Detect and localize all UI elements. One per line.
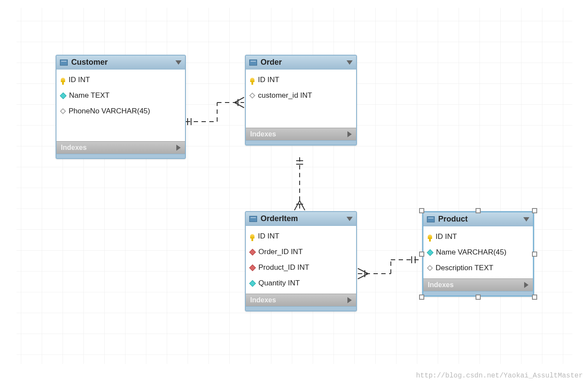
entity-name: Customer <box>71 58 175 67</box>
column-order-0[interactable]: ID INT <box>246 72 356 88</box>
diamond-empty-icon <box>427 265 433 271</box>
entity-order[interactable]: OrderID INTcustomer_id INTIndexes <box>245 55 357 146</box>
selection-handle[interactable] <box>419 295 424 300</box>
column-customer-0[interactable]: ID INT <box>56 72 185 88</box>
watermark-text: http://blog.csdn.net/Yaokai_AssultMaster <box>416 372 583 380</box>
column-text: ID INT <box>258 76 279 84</box>
key-icon <box>61 78 65 82</box>
diamond-filled-icon <box>60 92 67 99</box>
column-customer-1[interactable]: Name TEXT <box>56 88 185 103</box>
column-text: Name VARCHAR(45) <box>436 248 506 257</box>
column-product-0[interactable]: ID INT <box>423 229 533 245</box>
entity-customer[interactable]: CustomerID INTName TEXTPhoneNo VARCHAR(4… <box>56 55 186 159</box>
diamond-empty-icon <box>249 93 255 99</box>
key-icon <box>428 235 432 239</box>
column-orderitem-3[interactable]: Quantity INT <box>246 275 356 291</box>
entity-name: Order <box>261 58 347 67</box>
entity-header[interactable]: Customer <box>56 56 185 70</box>
collapse-icon[interactable] <box>175 60 182 65</box>
selection-handle[interactable] <box>532 208 537 213</box>
expand-icon[interactable] <box>524 282 529 288</box>
key-icon <box>250 78 254 82</box>
column-text: ID INT <box>69 76 90 84</box>
expand-icon[interactable] <box>176 145 181 151</box>
column-text: ID INT <box>258 232 279 241</box>
selection-handle[interactable] <box>476 208 481 213</box>
selection-handle[interactable] <box>532 252 537 257</box>
indexes-section[interactable]: Indexes <box>246 294 356 306</box>
entity-header[interactable]: Product <box>423 212 533 226</box>
expand-icon[interactable] <box>347 131 352 137</box>
entity-footer-bar <box>246 306 356 311</box>
indexes-label: Indexes <box>61 144 87 152</box>
key-icon <box>250 234 254 238</box>
table-icon <box>249 60 257 66</box>
column-product-2[interactable]: Description TEXT <box>423 260 533 276</box>
collapse-icon[interactable] <box>523 217 529 222</box>
entity-footer-bar <box>246 140 356 145</box>
entity-product[interactable]: ProductID INTName VARCHAR(45)Description… <box>422 211 534 297</box>
expand-icon[interactable] <box>347 297 352 303</box>
column-text: Description TEXT <box>436 264 493 272</box>
column-text: Order_ID INT <box>258 248 303 256</box>
column-product-1[interactable]: Name VARCHAR(45) <box>423 245 533 260</box>
selection-handle[interactable] <box>476 295 481 300</box>
column-orderitem-1[interactable]: Order_ID INT <box>246 244 356 260</box>
table-icon <box>249 216 257 222</box>
indexes-section[interactable]: Indexes <box>56 141 185 154</box>
column-text: customer_id INT <box>258 91 312 100</box>
diamond-empty-icon <box>60 108 66 114</box>
entity-footer-bar <box>56 154 185 158</box>
table-icon <box>60 60 68 66</box>
entity-name: Product <box>438 215 523 224</box>
column-customer-2[interactable]: PhoneNo VARCHAR(45) <box>56 103 185 119</box>
indexes-section[interactable]: Indexes <box>423 278 533 291</box>
entity-orderitem[interactable]: OrderItemID INTOrder_ID INTProduct_ID IN… <box>245 211 357 311</box>
columns-list: ID INTName TEXTPhoneNo VARCHAR(45) <box>56 70 185 141</box>
columns-list: ID INTOrder_ID INTProduct_ID INTQuantity… <box>246 226 356 294</box>
selection-handle[interactable] <box>419 208 424 213</box>
diamond-fk-icon <box>249 248 256 255</box>
selection-handle[interactable] <box>532 295 537 300</box>
indexes-label: Indexes <box>250 130 276 138</box>
indexes-label: Indexes <box>250 296 276 304</box>
collapse-icon[interactable] <box>347 217 353 221</box>
er-diagram-canvas[interactable]: CustomerID INTName TEXTPhoneNo VARCHAR(4… <box>0 0 588 384</box>
column-orderitem-0[interactable]: ID INT <box>246 228 356 244</box>
table-icon <box>427 216 435 222</box>
entity-name: OrderItem <box>261 214 347 223</box>
collapse-icon[interactable] <box>347 60 353 65</box>
column-text: Name TEXT <box>69 91 109 100</box>
indexes-label: Indexes <box>428 281 454 289</box>
indexes-section[interactable]: Indexes <box>246 128 356 140</box>
diamond-filled-icon <box>427 249 434 256</box>
entity-header[interactable]: Order <box>246 56 356 70</box>
column-text: ID INT <box>436 232 457 241</box>
column-text: PhoneNo VARCHAR(45) <box>69 107 150 116</box>
entity-header[interactable]: OrderItem <box>246 212 356 226</box>
column-text: Product_ID INT <box>258 263 309 272</box>
diamond-fk-icon <box>249 264 256 271</box>
column-orderitem-2[interactable]: Product_ID INT <box>246 260 356 275</box>
diamond-filled-icon <box>249 280 256 287</box>
selection-handle[interactable] <box>419 252 424 257</box>
columns-list: ID INTName VARCHAR(45)Description TEXT <box>423 226 533 278</box>
columns-list: ID INTcustomer_id INT <box>246 70 356 128</box>
column-text: Quantity INT <box>258 279 300 288</box>
column-order-1[interactable]: customer_id INT <box>246 88 356 103</box>
